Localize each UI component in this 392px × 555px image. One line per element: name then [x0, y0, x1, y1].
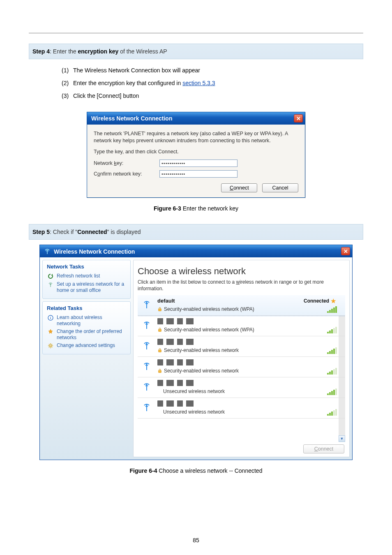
security-label: Unsecured wireless network	[157, 388, 343, 394]
confirm-key-input[interactable]: ••••••••••••	[159, 170, 238, 178]
dialog-title-text: Wireless Network Connection	[91, 115, 172, 122]
page-number: 85	[0, 537, 392, 543]
choose-network-title: Choose a wireless network	[138, 266, 345, 277]
info-icon: i	[47, 314, 54, 321]
connect-button-disabled: Connect	[303, 444, 344, 453]
step5-bar: Step 5: Check if "Connected" is displaye…	[29, 224, 363, 240]
dialog-titlebar: Wireless Network Connection ✕	[87, 112, 305, 125]
security-label: Unsecured wireless network	[157, 409, 343, 415]
ssid-label	[157, 359, 194, 365]
svg-point-3	[50, 345, 51, 346]
network-item[interactable]: Unsecured wireless network	[138, 398, 345, 419]
signal-icon	[327, 306, 337, 313]
svg-point-8	[146, 343, 147, 344]
svg-rect-11	[159, 370, 161, 373]
signal-icon	[327, 368, 337, 375]
star-icon: ★	[331, 298, 336, 304]
antenna-icon	[44, 249, 51, 254]
confirm-key-label: Confirm network key:	[94, 171, 159, 177]
connected-badge: Connected★	[304, 298, 336, 304]
learn-wireless-link[interactable]: i Learn about wireless networking	[47, 314, 126, 327]
svg-point-6	[146, 322, 147, 324]
lock-icon	[157, 368, 162, 373]
star-icon	[47, 328, 54, 335]
close-icon[interactable]: ✕	[294, 114, 303, 123]
security-label: Security-enabled wireless network	[157, 347, 343, 353]
svg-rect-7	[159, 329, 161, 332]
wifi-icon	[140, 339, 153, 352]
lock-icon	[157, 327, 162, 332]
lock-icon	[157, 348, 162, 353]
network-item[interactable]: Security-enabled wireless network	[138, 357, 345, 377]
step4-bar: Step 4: Enter the encryption key of the …	[29, 44, 363, 59]
network-tasks-title: Network Tasks	[47, 264, 126, 270]
network-list: ▲ ▼ defaultSecurity-enabled wireless net…	[138, 295, 345, 442]
security-label: Security-enabled wireless network	[157, 368, 343, 374]
network-item[interactable]: defaultSecurity-enabled wireless network…	[138, 295, 345, 316]
signal-icon	[327, 347, 337, 354]
substep-line: (1)The Wireless Network Connection box w…	[62, 64, 363, 77]
refresh-icon	[47, 273, 54, 280]
wireless-chooser-dialog: Wireless Network Connection ✕ Network Ta…	[39, 245, 353, 460]
svg-point-4	[146, 302, 147, 303]
lock-icon	[157, 307, 162, 312]
close-icon[interactable]: ✕	[341, 247, 350, 255]
related-tasks-panel: Related Tasks i Learn about wireless net…	[42, 301, 131, 354]
network-item[interactable]: Security-enabled wireless network (WPA)	[138, 316, 345, 336]
ssid-label	[157, 380, 194, 386]
connect-button[interactable]: Connect	[221, 183, 257, 192]
network-item[interactable]: Unsecured wireless network	[138, 377, 345, 398]
wifi-icon	[140, 400, 153, 414]
signal-icon	[327, 327, 337, 333]
wifi-icon	[140, 380, 153, 393]
ssid-label	[157, 339, 194, 345]
svg-point-12	[146, 384, 147, 385]
network-key-label: Network key:	[94, 160, 159, 166]
ssid-label	[157, 400, 194, 407]
wifi-icon	[140, 298, 153, 311]
security-label: Security-enabled wireless network (WPA)	[157, 327, 343, 333]
wifi-icon	[140, 359, 153, 372]
svg-rect-5	[159, 309, 161, 311]
related-tasks-title: Related Tasks	[47, 305, 126, 311]
substep-line: (2)Enter the encryption key that configu…	[62, 77, 363, 90]
figure-6-4-caption: Figure 6-4 Choose a wireless network -- …	[29, 467, 363, 474]
cancel-button[interactable]: Cancel	[262, 183, 298, 192]
advanced-settings-link[interactable]: Change advanced settings	[47, 342, 126, 349]
gear-icon	[47, 342, 54, 349]
figure-6-3-caption: Figure 6-3 Enter the network key	[29, 205, 363, 212]
step4-substeps: (1)The Wireless Network Connection box w…	[29, 64, 363, 102]
refresh-network-list-link[interactable]: Refresh network list	[47, 273, 126, 280]
step5-label: Step 5	[32, 229, 50, 235]
substep-line: (3)Click the [Connect] button	[62, 90, 363, 102]
wifi-icon	[140, 318, 153, 331]
choose-network-hint: Click an item in the list below to conne…	[138, 279, 345, 292]
svg-point-10	[146, 363, 147, 365]
scroll-down-icon[interactable]: ▼	[339, 435, 345, 442]
network-key-input[interactable]: ••••••••••••	[159, 160, 238, 167]
network-item[interactable]: Security-enabled wireless network	[138, 336, 345, 357]
svg-point-13	[146, 405, 147, 406]
setup-icon	[47, 281, 54, 288]
dialog-titlebar: Wireless Network Connection ✕	[40, 245, 352, 257]
security-label: Security-enabled wireless network (WPA)	[157, 306, 343, 312]
signal-icon	[327, 388, 337, 395]
signal-icon	[327, 409, 337, 416]
network-key-dialog: Wireless Network Connection ✕ The networ…	[87, 112, 305, 198]
change-order-link[interactable]: Change the order of preferred networks	[47, 328, 126, 341]
section-link[interactable]: section 5.3.3	[182, 80, 215, 86]
dialog-message-2: Type the key, and then click Connect.	[94, 148, 298, 155]
setup-wireless-link[interactable]: Set up a wireless network for a home or …	[47, 281, 126, 294]
step4-label: Step 4	[32, 48, 50, 55]
dialog-message-1: The network 'PLANET' requires a network …	[94, 130, 298, 144]
network-tasks-panel: Network Tasks Refresh network list Set u…	[42, 260, 131, 299]
ssid-label	[157, 318, 194, 324]
svg-rect-9	[159, 350, 161, 352]
